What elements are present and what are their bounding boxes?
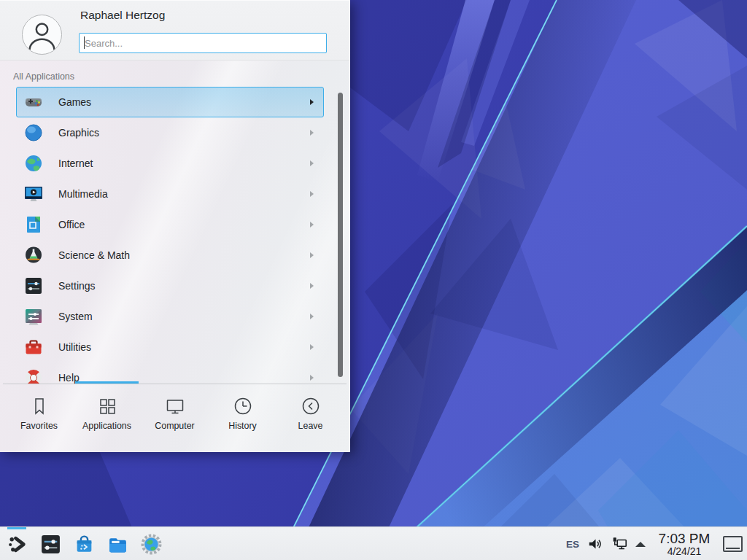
category-label: Utilities xyxy=(58,341,91,353)
sliders-icon xyxy=(24,276,43,295)
network-icon[interactable] xyxy=(610,534,629,553)
system-tray: ES 7:03 PM 4/2 xyxy=(561,527,743,560)
chevron-right-icon xyxy=(310,160,314,166)
scrollbar-thumb[interactable] xyxy=(338,93,343,377)
system-settings-button[interactable] xyxy=(36,527,64,560)
keyboard-layout-indicator[interactable]: ES xyxy=(561,539,584,550)
app-grid-icon xyxy=(97,396,117,416)
show-desktop-button[interactable] xyxy=(723,536,743,552)
category-help[interactable]: Help xyxy=(16,362,324,384)
category-label: Science & Math xyxy=(58,249,130,261)
file-manager-button[interactable] xyxy=(104,527,131,560)
category-list: Games Graphics xyxy=(0,84,334,384)
category-multimedia[interactable]: Multimedia xyxy=(16,179,324,209)
search-input[interactable] xyxy=(79,33,327,53)
category-internet[interactable]: Internet xyxy=(16,148,324,179)
chevron-right-icon xyxy=(310,130,314,136)
leave-circle-icon xyxy=(301,396,321,416)
tab-label: Computer xyxy=(155,421,194,431)
folder-icon xyxy=(107,534,128,555)
chevron-right-icon xyxy=(310,99,314,105)
globe-icon xyxy=(24,154,43,173)
chevron-right-icon xyxy=(310,191,314,197)
category-label: Games xyxy=(58,96,91,108)
section-label: All Applications xyxy=(13,71,74,82)
tab-favorites[interactable]: Favorites xyxy=(5,384,73,447)
category-settings[interactable]: Settings xyxy=(16,271,324,301)
lifebuoy-icon xyxy=(24,368,43,384)
expand-tray-arrow-icon[interactable] xyxy=(635,542,646,547)
paint-sphere-icon xyxy=(24,123,43,142)
globe-gear-icon xyxy=(141,534,162,555)
category-label: System xyxy=(58,311,93,322)
web-browser-button[interactable] xyxy=(137,527,165,560)
category-games[interactable]: Games xyxy=(16,87,324,117)
category-label: Settings xyxy=(58,280,96,292)
clock-date: 4/24/21 xyxy=(667,546,702,557)
tab-label: Leave xyxy=(298,421,323,431)
chevron-right-icon xyxy=(310,222,314,228)
tab-label: Favorites xyxy=(20,421,58,431)
chevron-right-icon xyxy=(310,344,314,350)
application-launcher-button[interactable] xyxy=(3,527,31,560)
gamepad-icon xyxy=(24,93,43,112)
digital-clock[interactable]: 7:03 PM 4/24/21 xyxy=(653,532,716,557)
chevron-right-icon xyxy=(310,252,314,258)
flask-icon xyxy=(24,246,43,265)
clock-time: 7:03 PM xyxy=(659,532,711,546)
text-caret xyxy=(84,36,85,49)
category-label: Office xyxy=(58,219,85,230)
volume-icon[interactable] xyxy=(587,534,605,553)
software-bag-icon xyxy=(74,534,95,555)
toolbox-icon xyxy=(24,338,43,357)
monitor-icon xyxy=(165,396,185,416)
category-label: Graphics xyxy=(58,127,99,139)
category-label: Internet xyxy=(58,158,93,169)
taskbar-panel: ES 7:03 PM 4/2 xyxy=(0,526,747,560)
user-name: Raphael Hertzog xyxy=(80,9,165,22)
category-graphics[interactable]: Graphics xyxy=(16,117,324,148)
chevron-right-icon xyxy=(310,283,314,289)
tab-label: History xyxy=(228,421,257,431)
chevron-right-icon xyxy=(310,314,314,319)
tab-computer[interactable]: Computer xyxy=(141,384,209,447)
document-icon xyxy=(24,215,43,234)
category-utilities[interactable]: Utilities xyxy=(16,332,324,362)
tab-applications[interactable]: Applications xyxy=(73,384,141,447)
application-launcher-popup: Raphael Hertzog All Applications xyxy=(0,0,350,452)
kickoff-launcher-icon xyxy=(7,534,28,555)
user-avatar[interactable] xyxy=(22,15,62,55)
launcher-tabbar: Favorites Applications Computer History xyxy=(5,384,344,447)
desktop: Raphael Hertzog All Applications xyxy=(0,0,747,560)
tab-leave[interactable]: Leave xyxy=(276,384,344,447)
category-office[interactable]: Office xyxy=(16,209,324,240)
system-sliders-icon xyxy=(24,307,43,326)
chevron-right-icon xyxy=(310,375,314,381)
discover-software-button[interactable] xyxy=(70,527,98,560)
launcher-header: Raphael Hertzog xyxy=(0,1,349,61)
category-science-math[interactable]: Science & Math xyxy=(16,240,324,271)
media-screen-icon xyxy=(24,184,43,203)
bookmark-icon xyxy=(29,396,50,416)
clock-icon xyxy=(233,396,253,416)
tab-history[interactable]: History xyxy=(209,384,276,447)
settings-sliders-icon xyxy=(40,534,61,555)
tab-label: Applications xyxy=(82,421,131,431)
user-icon xyxy=(23,15,61,54)
category-label: Multimedia xyxy=(58,188,108,200)
category-system[interactable]: System xyxy=(16,301,324,332)
